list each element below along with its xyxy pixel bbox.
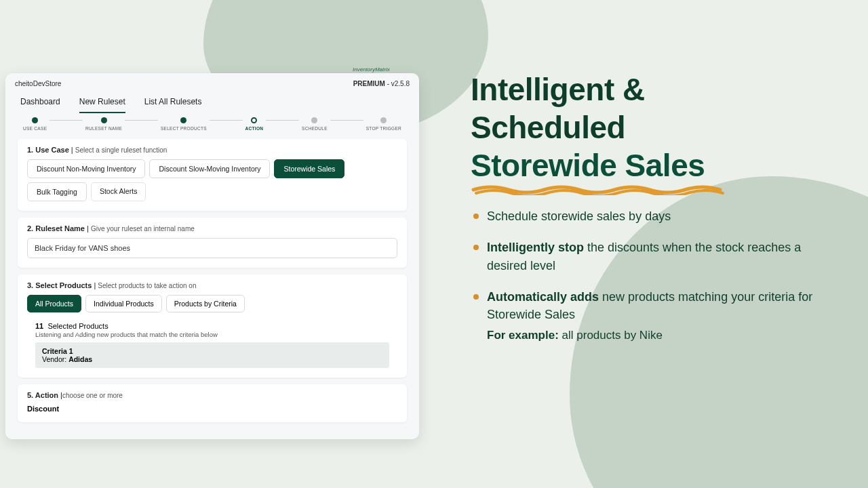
- promo-block: Intelligent & Scheduled Storewide Sales …: [471, 70, 830, 342]
- selection-summary: 11 Selected Products Listening and Addin…: [27, 319, 397, 368]
- headline-highlight: Storewide Sales: [471, 146, 728, 195]
- usecase-title: 1. Use Case | Select a single ruleset fu…: [27, 146, 397, 154]
- card-action: 5. Action |choose one or more Discount: [18, 384, 407, 422]
- card-select-products: 3. Select Products | Select products to …: [18, 274, 407, 378]
- usecase-options: Discount Non-Moving Inventory Discount S…: [27, 159, 397, 201]
- step-usecase[interactable]: USE CASE: [23, 117, 47, 131]
- action-title: 5. Action |choose one or more: [27, 391, 397, 399]
- scope-individual-products[interactable]: Individual Products: [85, 295, 162, 312]
- app-header: cheitoDevStore PREMIUM - v2.5.8: [5, 73, 419, 90]
- usecase-stock-alerts[interactable]: Stock Alerts: [91, 182, 146, 201]
- bullet-schedule: Schedule storewide sales by days: [471, 207, 830, 225]
- promo-bullets: Schedule storewide sales by days Intelli…: [471, 207, 830, 342]
- app-window: cheitoDevStore PREMIUM - v2.5.8 Dashboar…: [5, 73, 419, 439]
- bullet-auto-add: Automatically adds new products matching…: [471, 288, 830, 323]
- promo-example: For example: all products by Nike: [487, 329, 830, 342]
- usecase-storewide-sales[interactable]: Storewide Sales: [274, 159, 344, 178]
- ruleset-name-title: 2. Ruleset Name | Give your ruleset an i…: [27, 224, 397, 232]
- store-name: cheitoDevStore: [15, 80, 61, 87]
- step-select-products[interactable]: SELECT PRODUCTS: [161, 117, 207, 131]
- bullet-stop: Intelligently stop the discounts when th…: [471, 239, 830, 274]
- brand-mark: InventoryMatrix: [353, 66, 390, 73]
- step-ruleset-name[interactable]: RULESET NAME: [85, 117, 122, 131]
- card-usecase: 1. Use Case | Select a single ruleset fu…: [18, 139, 407, 211]
- product-scope-tabs: All Products Individual Products Product…: [27, 295, 397, 312]
- usecase-discount-nonmoving[interactable]: Discount Non-Moving Inventory: [27, 159, 145, 178]
- usecase-discount-slowmoving[interactable]: Discount Slow-Moving Inventory: [149, 159, 270, 178]
- step-schedule[interactable]: SCHEDULE: [302, 117, 328, 131]
- tab-list-rulesets[interactable]: List All Rulesets: [144, 93, 202, 113]
- usecase-bulk-tagging[interactable]: Bulk Tagging: [27, 182, 87, 201]
- tab-dashboard[interactable]: Dashboard: [20, 93, 60, 113]
- action-discount: Discount: [27, 405, 397, 413]
- step-stop-trigger[interactable]: STOP TRIGGER: [366, 117, 401, 131]
- headline: Intelligent & Scheduled Storewide Sales: [471, 70, 830, 195]
- tab-new-ruleset[interactable]: New Ruleset: [79, 93, 125, 113]
- ruleset-name-input[interactable]: [27, 238, 397, 258]
- scope-products-by-criteria[interactable]: Products by Criteria: [166, 295, 245, 312]
- wizard-stepper: USE CASE RULESET NAME SELECT PRODUCTS AC…: [5, 113, 419, 132]
- step-action[interactable]: ACTION: [245, 117, 264, 131]
- main-tabs: Dashboard New Ruleset List All Rulesets: [5, 90, 419, 113]
- scope-all-products[interactable]: All Products: [27, 295, 81, 312]
- card-ruleset-name: 2. Ruleset Name | Give your ruleset an i…: [18, 218, 407, 268]
- select-products-title: 3. Select Products | Select products to …: [27, 281, 397, 289]
- underline-squiggle-icon: [471, 183, 728, 195]
- criteria-box: Criteria 1 Vendor: Adidas: [35, 342, 389, 368]
- plan-version: PREMIUM - v2.5.8: [353, 80, 410, 87]
